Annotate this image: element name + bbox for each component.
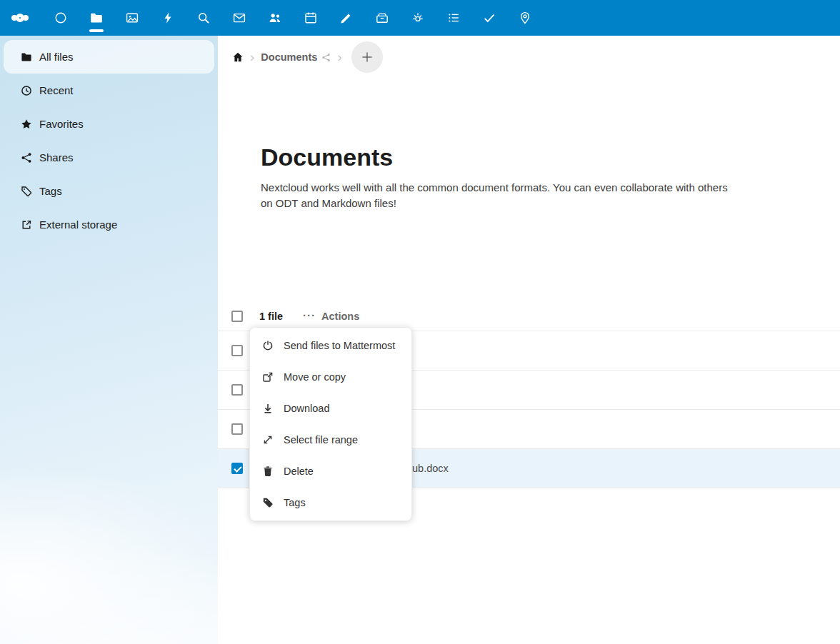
menu-item-label: Select file range — [284, 434, 358, 446]
app-activity[interactable] — [150, 0, 186, 36]
clock-icon — [21, 85, 32, 96]
check-icon — [482, 11, 496, 25]
topbar — [0, 0, 840, 36]
trash-icon — [262, 466, 274, 477]
envelope-icon — [232, 11, 246, 25]
share-icon[interactable] — [321, 53, 331, 62]
sidebar-item-label: Recent — [39, 84, 74, 96]
tag-icon — [262, 497, 274, 508]
app-dashboard[interactable] — [43, 0, 79, 36]
ellipsis-icon: ··· — [303, 309, 316, 321]
app-calendar[interactable] — [293, 0, 329, 36]
select-all-checkbox[interactable] — [231, 311, 243, 322]
sidebar-item-label: All files — [39, 51, 74, 63]
sidebar-item-label: Favorites — [39, 118, 84, 130]
sidebar-item-label: Tags — [39, 185, 62, 197]
app-search[interactable] — [186, 0, 221, 36]
page-title: Documents — [261, 144, 393, 171]
menu-item-label: Download — [284, 403, 330, 414]
people-icon — [268, 11, 282, 25]
select-range-icon — [262, 434, 274, 446]
menu-item-send-to-mattermost[interactable]: Send files to Mattermost — [250, 330, 411, 361]
menu-item-download[interactable]: Download — [250, 393, 411, 424]
app-recommendations[interactable] — [400, 0, 436, 36]
actions-menu: Send files to Mattermost Move or copy Do… — [249, 327, 412, 521]
menu-item-label: Move or copy — [284, 371, 346, 383]
app-menu — [43, 0, 543, 36]
chevron-right-icon: › — [337, 50, 341, 64]
app-approvals[interactable] — [471, 0, 507, 36]
folder-description: Nextcloud works well with all the common… — [261, 180, 741, 211]
map-pin-icon — [518, 11, 532, 25]
menu-item-label: Send files to Mattermost — [284, 340, 395, 351]
app-tasks[interactable] — [436, 0, 471, 36]
bolt-icon — [161, 11, 175, 25]
pencil-icon — [339, 11, 354, 25]
plus-icon — [360, 50, 374, 64]
sidebar: All files Recent Favorites Shares Tags E… — [0, 36, 218, 644]
logo-circle-icon — [23, 15, 29, 21]
tag-icon — [21, 186, 32, 197]
sidebar-item-external-storage[interactable]: External storage — [4, 208, 214, 241]
image-icon — [125, 11, 139, 25]
sidebar-item-shares[interactable]: Shares — [4, 141, 214, 174]
app-mail[interactable] — [221, 0, 257, 36]
star-icon — [21, 119, 32, 130]
row-checkbox[interactable] — [231, 345, 243, 356]
menu-item-delete[interactable]: Delete — [250, 456, 411, 487]
home-icon[interactable] — [232, 51, 244, 63]
sidebar-nav: All files Recent Favorites Shares Tags E… — [0, 36, 218, 241]
chevron-right-icon: › — [250, 50, 254, 64]
row-checkbox-checked[interactable] — [231, 463, 243, 474]
add-button[interactable] — [351, 41, 383, 73]
nextcloud-files-app: All files Recent Favorites Shares Tags E… — [0, 0, 840, 644]
file-name[interactable]: ub.docx — [412, 463, 449, 474]
sidebar-item-label: External storage — [39, 218, 117, 231]
sidebar-item-favorites[interactable]: Favorites — [4, 107, 214, 141]
app-maps[interactable] — [507, 0, 543, 36]
sidebar-item-label: Shares — [39, 151, 74, 163]
menu-item-select-file-range[interactable]: Select file range — [250, 424, 411, 456]
sidebar-item-tags[interactable]: Tags — [4, 174, 214, 208]
folder-icon — [89, 11, 104, 25]
list-icon — [446, 11, 461, 25]
app-photos[interactable] — [114, 0, 150, 36]
calendar-icon — [304, 11, 318, 25]
main-content: › Documents › Documents Nextcloud works … — [218, 36, 840, 644]
breadcrumb: › Documents › — [218, 36, 383, 79]
sun-icon — [411, 11, 425, 25]
menu-item-move-or-copy[interactable]: Move or copy — [250, 361, 411, 393]
archive-icon — [375, 11, 389, 25]
sidebar-item-recent[interactable]: Recent — [4, 74, 214, 107]
download-icon — [262, 403, 274, 414]
share-icon — [21, 152, 32, 163]
selection-summary: 1 file — [259, 311, 283, 322]
circle-icon — [54, 11, 68, 25]
app-deck[interactable] — [364, 0, 400, 36]
menu-item-tags[interactable]: Tags — [250, 487, 411, 518]
app-contacts[interactable] — [257, 0, 293, 36]
row-checkbox[interactable] — [231, 384, 243, 396]
menu-item-label: Delete — [284, 466, 314, 477]
app-notes[interactable] — [329, 0, 364, 36]
nextcloud-logo[interactable] — [11, 14, 29, 22]
move-copy-icon — [262, 371, 274, 383]
menu-item-label: Tags — [284, 497, 306, 508]
folder-icon — [21, 51, 32, 63]
actions-button[interactable]: ··· Actions — [303, 310, 359, 322]
breadcrumb-current[interactable]: Documents — [261, 51, 317, 63]
actions-button-label: Actions — [321, 311, 359, 322]
magnifier-icon — [196, 11, 211, 25]
external-link-icon — [21, 219, 32, 231]
row-checkbox[interactable] — [231, 423, 243, 435]
sidebar-item-all-files[interactable]: All files — [4, 40, 214, 74]
mattermost-icon — [262, 340, 274, 351]
app-files[interactable] — [79, 0, 114, 36]
